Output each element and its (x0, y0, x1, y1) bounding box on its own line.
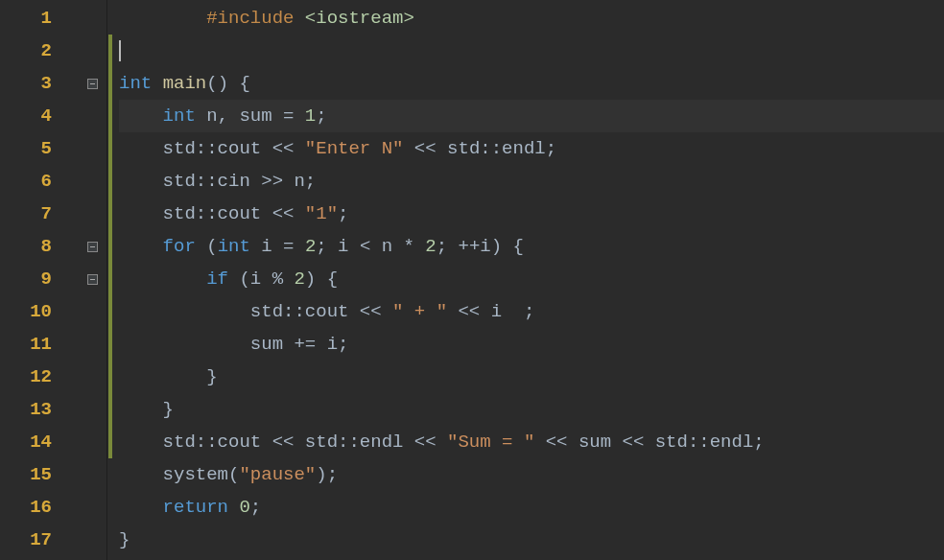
code-token: n, sum = (196, 105, 305, 127)
code-line[interactable]: std::cout << std::endl << "Sum = " << su… (119, 426, 944, 458)
fold-cell (79, 35, 106, 67)
line-number: 13 (0, 393, 79, 426)
fold-toggle-icon[interactable] (87, 79, 98, 89)
line-number: 3 (0, 67, 79, 100)
code-line[interactable]: } (119, 361, 944, 393)
change-marker (108, 35, 112, 67)
fold-cell (79, 2, 106, 35)
fold-cell (79, 263, 106, 295)
fold-cell (79, 295, 106, 328)
fold-cell (79, 198, 106, 230)
code-token: main (163, 73, 207, 94)
change-marker (108, 361, 112, 393)
code-line[interactable]: int n, sum = 1; (119, 100, 944, 132)
line-number: 9 (0, 263, 79, 295)
code-token: 1 (305, 105, 316, 127)
code-token: << i ; (447, 301, 534, 322)
fold-cell (79, 230, 106, 263)
fold-cell (79, 165, 106, 198)
code-token: } (119, 366, 218, 387)
change-marker (108, 165, 112, 198)
code-token: 2 (294, 268, 304, 290)
code-token (152, 73, 162, 94)
code-token: std::cout << (119, 138, 305, 159)
code-token (119, 105, 163, 127)
code-area[interactable]: #include <iostream>int main() { int n, s… (113, 0, 944, 560)
code-token: for (163, 236, 196, 257)
code-token: 0 (239, 497, 249, 518)
code-line[interactable] (119, 35, 944, 67)
code-token: " + " (392, 301, 447, 322)
code-token: system( (119, 464, 239, 485)
code-token: i = (250, 236, 305, 257)
code-token: "1" (305, 203, 338, 224)
code-line[interactable]: std::cout << "1"; (119, 198, 944, 230)
fold-toggle-icon[interactable] (87, 274, 98, 285)
code-token: std::cout << (119, 203, 305, 224)
code-token (119, 8, 206, 29)
code-token: (i % (228, 268, 294, 290)
line-number: 14 (0, 426, 79, 458)
code-token: 2 (305, 236, 316, 257)
code-line[interactable]: return 0; (119, 491, 944, 524)
line-number: 4 (0, 100, 79, 132)
code-token: "pause" (239, 464, 316, 485)
code-token: ; (338, 203, 348, 224)
code-token: return (163, 497, 228, 518)
code-line[interactable]: for (int i = 2; i < n * 2; ++i) { (119, 230, 944, 263)
line-number: 5 (0, 132, 79, 165)
line-number: 11 (0, 328, 79, 361)
code-token: ) { (305, 268, 338, 290)
fold-cell (79, 426, 106, 458)
fold-cell (79, 393, 106, 426)
fold-cell (79, 100, 106, 132)
code-line[interactable]: int main() { (119, 67, 944, 100)
line-number: 7 (0, 198, 79, 230)
change-marker (108, 100, 112, 132)
change-marker (108, 263, 112, 295)
code-token: ); (316, 464, 338, 485)
code-line[interactable]: system("pause"); (119, 458, 944, 491)
code-token: int (119, 73, 152, 94)
code-token: #include (206, 8, 305, 29)
code-line[interactable]: if (i % 2) { (119, 263, 944, 295)
line-number: 6 (0, 165, 79, 198)
fold-toggle-icon[interactable] (87, 242, 98, 252)
code-token: << sum << std::endl; (534, 432, 764, 453)
code-token: int (163, 105, 196, 127)
line-number: 12 (0, 361, 79, 393)
fold-cell (79, 458, 106, 491)
line-number: 15 (0, 458, 79, 491)
code-token: std::cin >> n; (119, 171, 316, 192)
change-marker (108, 393, 112, 426)
change-marker (108, 132, 112, 165)
code-token: <iostream> (305, 8, 414, 29)
code-line[interactable]: #include <iostream> (119, 2, 944, 35)
code-token: "Sum = " (447, 432, 534, 453)
code-token: ; (250, 497, 261, 518)
fold-column[interactable] (79, 0, 107, 560)
code-token (119, 497, 163, 518)
change-marker (108, 67, 112, 100)
code-token (119, 236, 163, 257)
code-token: ; (316, 105, 326, 127)
code-line[interactable]: std::cin >> n; (119, 165, 944, 198)
code-line[interactable]: } (119, 524, 944, 556)
change-marker (108, 426, 112, 458)
line-number-gutter: 1234567891011121314151617 (0, 0, 79, 560)
code-token: "Enter N" (305, 138, 404, 159)
code-token: ; i < n * (316, 236, 425, 257)
code-editor[interactable]: 1234567891011121314151617 #include <iost… (0, 0, 944, 560)
code-line[interactable]: std::cout << "Enter N" << std::endl; (119, 132, 944, 165)
code-line[interactable]: } (119, 393, 944, 426)
fold-cell (79, 67, 106, 100)
code-line[interactable]: std::cout << " + " << i ; (119, 295, 944, 328)
code-token: << std::endl; (403, 138, 556, 159)
line-number: 8 (0, 230, 79, 263)
code-token: } (119, 529, 130, 550)
line-number: 1 (0, 2, 79, 35)
code-token: std::cout << std::endl << (119, 432, 447, 453)
code-line[interactable]: sum += i; (119, 328, 944, 361)
code-token (119, 268, 206, 290)
code-token: 2 (425, 236, 436, 257)
